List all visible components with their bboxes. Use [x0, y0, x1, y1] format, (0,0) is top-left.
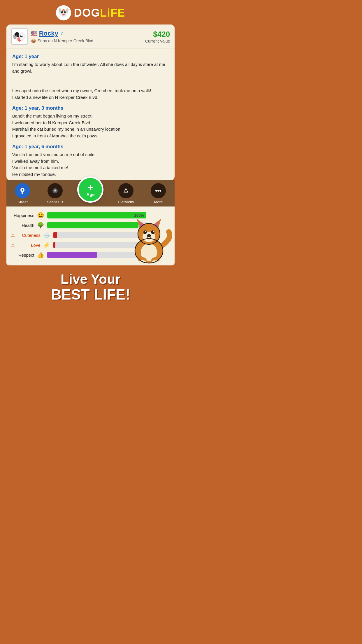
story-text: I'm starting to worry about Lulu the rot…	[12, 61, 169, 101]
story-text: Vanilla the mutt vomited on me out of sp…	[12, 151, 169, 176]
stat-label: Cuteness	[17, 233, 41, 238]
dog-illustration	[126, 216, 172, 265]
profile-location: 📦 Stray on N Kemper Creek Blvd	[31, 38, 93, 43]
app-title: DOGLiFE	[74, 7, 125, 19]
svg-point-7	[62, 14, 65, 15]
location-emoji: 📦	[31, 38, 36, 43]
svg-point-22	[18, 39, 21, 41]
stat-bar-fill	[53, 242, 55, 248]
age-button-wrapper: + Age	[77, 176, 103, 203]
svg-point-4	[61, 12, 62, 13]
warning-icon: ⚠	[11, 243, 15, 247]
svg-point-25	[15, 34, 17, 36]
stats-inner: Happiness 😆 100% Health 🌳 ⚠Cuteness 🌧️ 4…	[6, 206, 175, 265]
story-text: Bandit the mutt began living on my stree…	[12, 113, 169, 139]
svg-rect-27	[22, 192, 23, 194]
svg-point-47	[151, 230, 154, 234]
svg-point-48	[145, 231, 146, 232]
profile-info: 🇺🇸 Rocky ♂ 📦 Stray on N Kemper Creek Blv…	[31, 30, 93, 43]
profile-bar: 🇺🇸 Rocky ♂ 📦 Stray on N Kemper Creek Blv…	[6, 24, 175, 48]
svg-point-24	[22, 34, 26, 39]
more-label: More	[154, 200, 163, 204]
profile-left: 🇺🇸 Rocky ♂ 📦 Stray on N Kemper Creek Blv…	[11, 28, 93, 45]
svg-point-35	[155, 190, 157, 192]
profile-money: $420	[145, 30, 170, 39]
dog-avatar	[11, 28, 28, 45]
story-area: Age: 1 yearI'm starting to worry about L…	[6, 48, 175, 180]
stat-emoji: 👍	[37, 251, 45, 258]
profile-name[interactable]: Rocky	[39, 30, 58, 37]
svg-point-37	[159, 190, 161, 192]
profile-name-row: 🇺🇸 Rocky ♂	[31, 30, 93, 37]
stat-bar-fill	[53, 232, 57, 238]
nav-item-hierarchy[interactable]: Hierarchy	[116, 183, 136, 204]
hierarchy-icon	[118, 183, 133, 198]
age-header: Age: 1 year	[12, 54, 169, 60]
title-dog-part: DOG	[74, 7, 100, 19]
age-button-label: Age	[86, 192, 94, 197]
svg-point-28	[22, 189, 23, 191]
scent-label: Scent DB	[47, 200, 63, 204]
street-icon	[15, 183, 30, 198]
story-scroll[interactable]: Age: 1 yearI'm starting to worry about L…	[12, 54, 169, 176]
svg-point-31	[55, 190, 56, 191]
svg-point-49	[153, 231, 154, 232]
age-header: Age: 1 year, 6 months	[12, 144, 169, 150]
scent-icon	[48, 183, 63, 198]
title-life-part: LiFE	[100, 7, 125, 19]
profile-right: $420 Current Value	[145, 30, 170, 43]
profile-value-label: Current Value	[145, 39, 170, 43]
stat-label: Health	[11, 223, 34, 228]
flag-icon: 🇺🇸	[31, 30, 37, 37]
nav-item-scent[interactable]: Scent DB	[45, 183, 65, 204]
svg-point-36	[157, 190, 159, 192]
svg-point-50	[147, 234, 151, 237]
app-logo-icon	[56, 5, 71, 20]
age-plus-icon: +	[88, 183, 93, 192]
street-label: Street	[17, 200, 28, 204]
main-card: 🇺🇸 Rocky ♂ 📦 Stray on N Kemper Creek Blv…	[6, 24, 175, 180]
stat-label: Happiness	[11, 213, 34, 218]
nav-item-more[interactable]: More	[148, 183, 168, 204]
more-icon	[151, 183, 166, 198]
age-button[interactable]: + Age	[77, 176, 103, 203]
stat-bar-fill	[47, 252, 97, 258]
stats-panel: Happiness 😆 100% Health 🌳 ⚠Cuteness 🌧️ 4…	[6, 206, 175, 265]
nav-item-street[interactable]: Street	[12, 183, 33, 204]
stat-label: Love	[17, 243, 41, 248]
hierarchy-label: Hierarchy	[118, 200, 134, 204]
banner-line2: BEST LIFE!	[3, 287, 178, 303]
banner-line1: Live Your	[3, 272, 178, 287]
stat-emoji: 🌧️	[43, 232, 51, 239]
gender-icon: ♂	[60, 31, 64, 37]
nav-bar: Street Scent DB + Age	[6, 180, 175, 206]
location-text: Stray on N Kemper Creek Blvd	[38, 38, 93, 43]
warning-icon: ⚠	[11, 233, 15, 237]
svg-point-11	[63, 10, 64, 11]
stat-emoji: 😆	[37, 212, 45, 219]
age-header: Age: 1 year, 3 months	[12, 105, 169, 111]
bottom-banner: Live Your BEST LIFE!	[0, 265, 181, 311]
stat-label: Respect	[11, 253, 34, 258]
stat-bar-fill	[47, 222, 138, 228]
stat-emoji: 🌳	[37, 222, 45, 229]
stat-emoji: ⚡	[43, 242, 51, 249]
svg-point-46	[143, 230, 147, 234]
app-header: DOGLiFE	[0, 0, 181, 24]
